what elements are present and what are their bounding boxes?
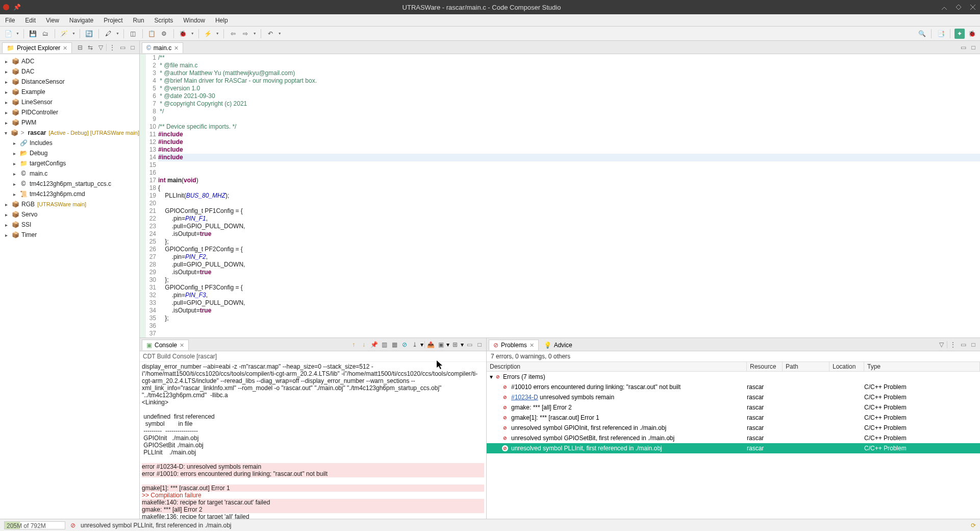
- search-button[interactable]: 🔍: [917, 29, 927, 39]
- refresh-button[interactable]: 🔄: [84, 29, 94, 39]
- highlighter-button[interactable]: 🖍: [103, 29, 113, 39]
- close-icon[interactable]: ✕: [63, 45, 67, 52]
- dropdown-icon[interactable]: ▼: [253, 32, 257, 35]
- gear-button[interactable]: ⚙: [159, 29, 169, 39]
- col-resource[interactable]: Resource: [747, 362, 783, 371]
- problem-row[interactable]: ⊘gmake[1]: *** [rascar.out] Error 1rasca…: [487, 413, 980, 423]
- maximize-button[interactable]: [953, 2, 964, 13]
- tree-row[interactable]: ▸📦Servo: [0, 209, 139, 220]
- menu-navigate[interactable]: Navigate: [64, 15, 98, 26]
- col-path[interactable]: Path: [783, 362, 830, 371]
- ccs-perspective-button[interactable]: ✦: [954, 29, 965, 39]
- chevron-right-icon[interactable]: ▸: [11, 191, 17, 197]
- problems-list[interactable]: ▾ ⊘ Errors (7 items) ⊘#10010 errors enco…: [487, 372, 980, 519]
- chevron-down-icon[interactable]: ▾: [3, 130, 8, 136]
- maximize-panel-icon[interactable]: □: [969, 43, 978, 52]
- heap-status[interactable]: 205M of 792M: [4, 521, 65, 529]
- col-location[interactable]: Location: [830, 362, 864, 371]
- wand-button[interactable]: 🪄: [59, 29, 69, 39]
- chevron-right-icon[interactable]: ▸: [11, 150, 17, 156]
- problem-row[interactable]: ⊘gmake: *** [all] Error 2rascarC/C++ Pro…: [487, 402, 980, 413]
- dropdown-icon[interactable]: ▼: [190, 32, 194, 35]
- debug-perspective-button[interactable]: 🐞: [967, 29, 977, 39]
- dropdown-icon[interactable]: ▾: [461, 341, 464, 348]
- chevron-right-icon[interactable]: ▸: [3, 58, 9, 64]
- problem-row[interactable]: ⊘unresolved symbol GPIOInit, first refer…: [487, 423, 980, 433]
- menu-run[interactable]: Run: [128, 15, 149, 26]
- dropdown-icon[interactable]: ▼: [278, 32, 282, 35]
- dropdown-icon[interactable]: ▾: [420, 341, 423, 348]
- display-all-icon[interactable]: ▦: [390, 340, 399, 349]
- view-menu-icon[interactable]: ⋮: [108, 43, 117, 52]
- menu-help[interactable]: Help: [210, 15, 233, 26]
- chevron-right-icon[interactable]: ▸: [3, 79, 9, 85]
- report-button[interactable]: 📋: [147, 29, 157, 39]
- dropdown-icon[interactable]: ▼: [15, 32, 19, 35]
- chevron-right-icon[interactable]: ▸: [3, 211, 9, 218]
- problem-row[interactable]: ⊘unresolved symbol GPIOSetBit, first ref…: [487, 433, 980, 443]
- pin-console-icon[interactable]: 📌: [369, 340, 379, 349]
- open-console-icon[interactable]: 📤: [426, 340, 435, 349]
- dropdown-icon[interactable]: ▼: [71, 32, 76, 35]
- tree-row[interactable]: ▸📜tm4c123gh6pm.cmd: [0, 189, 139, 199]
- minimize-button[interactable]: [939, 2, 950, 13]
- undo-nav-button[interactable]: ↶: [265, 29, 275, 39]
- console-tab[interactable]: ▣ Console ✕: [142, 340, 189, 350]
- tree-row[interactable]: ▾📦>rascar [Active - Debug] [UTRASWare ma…: [0, 128, 139, 138]
- folding-margin[interactable]: [140, 54, 146, 337]
- chevron-right-icon[interactable]: ▸: [11, 171, 17, 177]
- tree-row[interactable]: ▸📦PWM: [0, 117, 139, 128]
- editor-body[interactable]: 1234567891011121314151617181920212223242…: [140, 54, 980, 337]
- tree-row[interactable]: ▸📦DAC: [0, 66, 139, 77]
- close-icon[interactable]: ✕: [530, 342, 534, 349]
- dropdown-icon[interactable]: ▼: [215, 32, 219, 35]
- project-explorer-tab[interactable]: 📁 Project Explorer ✕: [2, 42, 72, 53]
- chevron-right-icon[interactable]: ▸: [11, 181, 17, 187]
- minimize-panel-icon[interactable]: ▭: [959, 340, 968, 349]
- menu-scripts[interactable]: Scripts: [149, 15, 179, 26]
- scroll-lock-icon[interactable]: ⤓: [410, 340, 419, 349]
- tree-row[interactable]: ▸📦ADC: [0, 56, 139, 66]
- tree-row[interactable]: ▸📂Debug: [0, 148, 139, 158]
- menu-project[interactable]: Project: [98, 15, 128, 26]
- new-console-icon[interactable]: ⊞: [450, 340, 460, 349]
- flash-button[interactable]: ⚡: [203, 29, 213, 39]
- problems-tab[interactable]: ⊘ Problems ✕: [489, 340, 539, 350]
- chevron-right-icon[interactable]: ▸: [3, 201, 9, 207]
- close-icon[interactable]: ✕: [180, 342, 184, 349]
- advice-tab[interactable]: 💡 Advice: [540, 340, 576, 350]
- menu-file[interactable]: File: [0, 15, 20, 26]
- pin-icon[interactable]: 📌: [13, 4, 21, 11]
- dropdown-icon[interactable]: ▾: [446, 341, 449, 348]
- editor-tab-main-c[interactable]: © main.c ✕: [142, 42, 183, 53]
- tree-row[interactable]: ▸📦DistanceSensor: [0, 77, 139, 87]
- maximize-panel-icon[interactable]: □: [475, 340, 484, 349]
- chevron-right-icon[interactable]: ▸: [11, 140, 17, 146]
- close-icon[interactable]: ✕: [174, 45, 179, 52]
- filter-icon[interactable]: ▽: [96, 43, 105, 52]
- filter-icon[interactable]: ▽: [937, 340, 946, 349]
- display-selected-icon[interactable]: ▥: [380, 340, 389, 349]
- problem-row[interactable]: ⊘#10234-D unresolved symbols remainrasca…: [487, 392, 980, 402]
- chevron-right-icon[interactable]: ▸: [3, 222, 9, 228]
- maximize-panel-icon[interactable]: □: [128, 43, 137, 52]
- chevron-right-icon[interactable]: ▸: [3, 99, 9, 105]
- col-description[interactable]: Description: [487, 362, 747, 371]
- chevron-right-icon[interactable]: ▸: [11, 160, 17, 166]
- code-area[interactable]: /** * @file main.c * @author Matthew Yu …: [158, 54, 980, 337]
- close-button[interactable]: [967, 2, 978, 13]
- tree-row[interactable]: ▸📦Timer: [0, 230, 139, 240]
- tree-row[interactable]: ▸©main.c: [0, 168, 139, 179]
- console-switch-icon[interactable]: ▣: [436, 340, 445, 349]
- forward-button[interactable]: ⇨: [240, 29, 250, 39]
- view-menu-icon[interactable]: ⋮: [948, 340, 958, 349]
- collapse-all-icon[interactable]: ⊟: [76, 43, 85, 52]
- chevron-right-icon[interactable]: ▸: [3, 109, 9, 115]
- col-type[interactable]: Type: [864, 362, 980, 371]
- minimize-panel-icon[interactable]: ▭: [959, 43, 968, 52]
- chevron-right-icon[interactable]: ▸: [3, 89, 9, 95]
- scroll-up-icon[interactable]: ↑: [349, 340, 358, 349]
- link-editor-icon[interactable]: ⇆: [86, 43, 95, 52]
- tree-row[interactable]: ▸📦SSI: [0, 220, 139, 230]
- chevron-right-icon[interactable]: ▸: [3, 119, 9, 126]
